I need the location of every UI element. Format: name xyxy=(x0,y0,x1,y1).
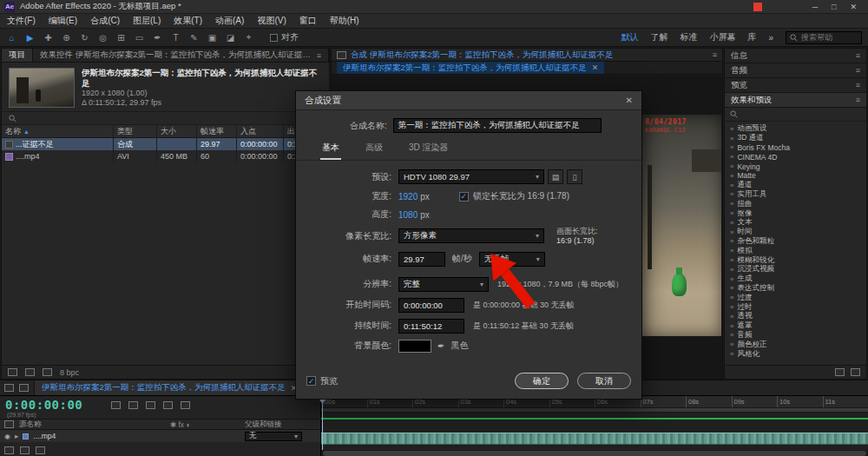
expand-chevron-icon[interactable]: » xyxy=(730,350,733,358)
list-item[interactable]: »Matte xyxy=(725,171,866,181)
menu-window[interactable]: 窗口 xyxy=(299,15,317,27)
list-item[interactable]: »动画预设 xyxy=(725,124,866,134)
new-preset-icon[interactable] xyxy=(835,368,845,376)
expand-chevron-icon[interactable]: » xyxy=(730,190,733,198)
shy-layers-icon[interactable] xyxy=(146,401,155,409)
workspace-standard[interactable]: 标准 xyxy=(680,31,697,43)
expand-chevron-icon[interactable]: » xyxy=(730,275,733,283)
list-item[interactable]: »杂色和颗粒 xyxy=(725,237,866,247)
framerate-input[interactable]: 29.97 xyxy=(398,252,445,267)
help-search-input[interactable] xyxy=(801,33,855,42)
column-in[interactable]: 入点 xyxy=(237,125,284,137)
list-item[interactable]: »抠像 xyxy=(725,208,866,218)
list-item[interactable]: »透视 xyxy=(725,312,866,321)
close-dialog-icon[interactable]: ✕ xyxy=(626,96,633,105)
panel-menu-icon[interactable]: ≡ xyxy=(856,51,860,60)
parent-link-column[interactable]: 父级和链接 xyxy=(245,420,282,430)
expand-chevron-icon[interactable]: » xyxy=(730,153,733,161)
home-tool-icon[interactable]: ⌂ xyxy=(6,33,17,43)
eraser-tool-icon[interactable]: ◪ xyxy=(225,33,236,43)
panel-menu-icon[interactable]: ≡ xyxy=(856,96,860,104)
layer-name[interactable]: ....mp4 xyxy=(33,432,56,440)
duration-input[interactable]: 0:11:50:12 xyxy=(398,319,464,334)
list-item[interactable]: »文本 xyxy=(725,218,866,228)
list-item[interactable]: »过渡 xyxy=(725,293,866,302)
expand-arrow-icon[interactable]: ▸ xyxy=(15,432,18,440)
menu-edit[interactable]: 编辑(E) xyxy=(49,15,77,27)
expand-chevron-icon[interactable]: » xyxy=(730,162,733,170)
pan-behind-tool-icon[interactable]: ⊞ xyxy=(115,33,127,43)
menu-file[interactable]: 文件(F) xyxy=(7,15,36,27)
expand-chevron-icon[interactable]: » xyxy=(730,135,733,142)
list-item[interactable]: »风格化 xyxy=(725,349,866,359)
start-timecode-input[interactable]: 0:00:00:00 xyxy=(398,298,464,313)
composition-name-input[interactable]: 第一期：监控拍下凶杀，为何抓捕犯人却证据不足 xyxy=(393,118,602,133)
source-name-column[interactable]: 源名称 xyxy=(19,420,42,430)
maximize-button[interactable]: □ xyxy=(832,3,836,11)
shape-tool-icon[interactable]: ▭ xyxy=(134,33,145,43)
expand-chevron-icon[interactable]: » xyxy=(730,303,733,311)
expand-chevron-icon[interactable]: » xyxy=(730,172,733,180)
menu-layer[interactable]: 图层(L) xyxy=(133,15,161,27)
project-bit-depth[interactable]: 8 bpc xyxy=(60,368,79,377)
preview-checkbox[interactable]: ✓ xyxy=(306,376,316,386)
list-item[interactable]: »3D 通道 xyxy=(725,134,866,143)
column-size[interactable]: 大小 xyxy=(157,125,197,137)
trash-icon[interactable] xyxy=(851,368,860,376)
playhead[interactable] xyxy=(322,396,323,450)
expand-chevron-icon[interactable]: » xyxy=(730,331,733,339)
height-value[interactable]: 1080 xyxy=(398,210,418,220)
list-item[interactable]: »扭曲 xyxy=(725,199,866,208)
expand-chevron-icon[interactable]: » xyxy=(730,228,733,236)
hand-tool-icon[interactable]: ✚ xyxy=(43,33,54,43)
close-tab-icon[interactable]: ✕ xyxy=(592,63,599,72)
list-item[interactable]: »模拟 xyxy=(725,246,866,255)
layer-row[interactable]: ◉ ▸ ....mp4 无 ▾ xyxy=(0,430,320,442)
list-item[interactable]: »Keying xyxy=(725,162,866,171)
expand-chevron-icon[interactable]: » xyxy=(730,200,733,208)
expand-chevron-icon[interactable]: » xyxy=(730,266,733,274)
timeline-scrollbar[interactable] xyxy=(321,450,868,456)
new-folder-icon[interactable] xyxy=(25,368,35,376)
new-composition-icon[interactable] xyxy=(43,368,52,376)
list-item[interactable]: »模糊和锐化 xyxy=(725,255,866,265)
tab-3d-renderer[interactable]: 3D 渲染器 xyxy=(407,140,450,160)
eye-icon[interactable]: ◉ xyxy=(4,433,10,440)
cancel-button[interactable]: 取消 xyxy=(577,373,631,389)
expand-layers-icon[interactable] xyxy=(4,446,14,454)
workspace-learn[interactable]: 了解 xyxy=(650,31,667,43)
expand-chevron-icon[interactable]: » xyxy=(730,294,733,301)
menu-animation[interactable]: 动画(A) xyxy=(215,15,244,27)
scrollbar-thumb[interactable] xyxy=(323,451,866,456)
tab-effect-controls[interactable]: 效果控件 伊斯坦布尔探案2第一期：监控拍下凶杀，为何抓捕犯人却证据不足≡ xyxy=(33,49,329,62)
menu-effect[interactable]: 效果(T) xyxy=(174,15,202,27)
expand-chevron-icon[interactable]: » xyxy=(730,256,733,264)
list-item[interactable]: »颜色校正 xyxy=(725,340,866,349)
snapping-checkbox[interactable] xyxy=(270,34,278,42)
save-preset-icon[interactable]: ▤ xyxy=(548,169,563,184)
help-search-box[interactable] xyxy=(786,31,862,44)
list-item[interactable]: »遮罩 xyxy=(725,321,866,331)
selection-tool-icon[interactable]: ▶ xyxy=(24,33,36,43)
resolution-dropdown[interactable]: 完整 ▾ xyxy=(398,277,489,292)
tab-project[interactable]: 项目 xyxy=(2,49,33,62)
menu-composition[interactable]: 合成(C) xyxy=(90,15,120,27)
puppet-tool-icon[interactable]: ⌖ xyxy=(243,32,254,43)
transfer-controls-icon[interactable] xyxy=(20,446,30,454)
ok-button[interactable]: 确定 xyxy=(515,373,569,389)
timeline-composition-tab[interactable]: 伊斯坦布尔探案2第一期：监控拍下凶杀，为何抓捕犯人却证据不足 ✕ xyxy=(34,380,305,395)
table-row[interactable]: ...证据不足 合成 29.97 0:00:00:00 0:11:50:12 xyxy=(2,138,329,150)
expand-chevron-icon[interactable]: » xyxy=(730,143,733,151)
layer-color-chip[interactable] xyxy=(23,433,29,439)
list-item[interactable]: »Boris FX Mocha xyxy=(725,143,866,153)
list-item[interactable]: »沉浸式视频 xyxy=(725,265,866,274)
dialog-titlebar[interactable]: 合成设置 ✕ xyxy=(296,91,641,110)
list-item[interactable]: »通道 xyxy=(725,181,866,190)
list-item[interactable]: »生成 xyxy=(725,274,866,284)
eyedropper-icon[interactable]: ✒ xyxy=(437,341,444,351)
column-framerate[interactable]: 帧速率 xyxy=(197,125,237,137)
workspace-default[interactable]: 默认 xyxy=(621,31,638,43)
expand-chevron-icon[interactable]: » xyxy=(730,209,733,217)
list-item[interactable]: »实用工具 xyxy=(725,190,866,200)
brush-tool-icon[interactable]: ✎ xyxy=(188,33,200,43)
